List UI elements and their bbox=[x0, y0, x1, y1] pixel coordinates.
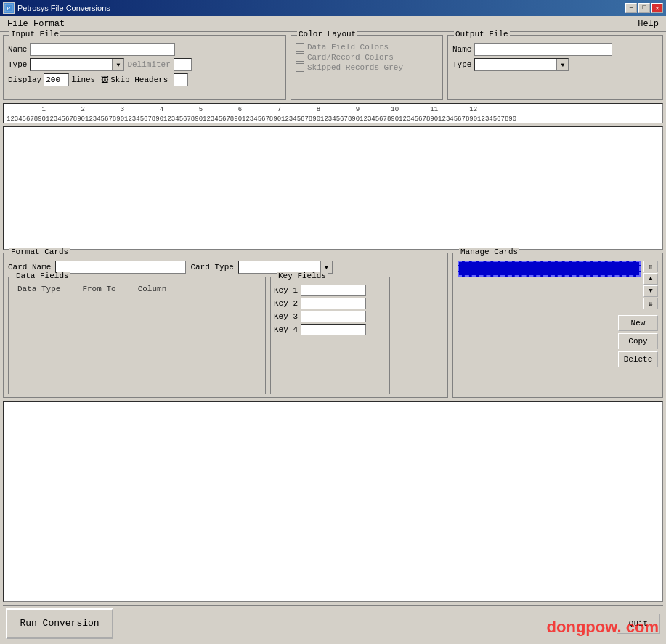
lines-label: lines bbox=[71, 76, 95, 84]
scroll-top-button[interactable]: ⇈ bbox=[643, 261, 658, 272]
close-button[interactable]: ✕ bbox=[651, 3, 663, 13]
delete-button[interactable]: Delete bbox=[618, 351, 658, 367]
input-file-title: Input File bbox=[9, 30, 60, 38]
key-fields-group: Key Fields Key 1 Key 2 Key 3 Key 4 bbox=[270, 277, 390, 394]
key2-label: Key 2 bbox=[274, 299, 298, 308]
output-name-row: Name bbox=[452, 43, 658, 56]
key3-label: Key 3 bbox=[274, 312, 298, 321]
manage-cards-content: ⇈ ▲ ▼ ⇊ bbox=[458, 261, 658, 309]
fields-area: Data Fields Data Type From To Column Key… bbox=[8, 277, 443, 394]
format-cards-title: Format Cards bbox=[9, 248, 70, 256]
card-record-colors-label: Card/Record Colors bbox=[307, 53, 394, 62]
scroll-up-button[interactable]: ▲ bbox=[643, 273, 658, 285]
key-fields-title: Key Fields bbox=[277, 272, 328, 280]
output-type-arrow[interactable]: ▼ bbox=[556, 59, 568, 70]
delimiter-input[interactable] bbox=[174, 58, 192, 71]
key1-row: Key 1 bbox=[274, 285, 386, 296]
scroll-down-button[interactable]: ▼ bbox=[643, 285, 658, 297]
maximize-button[interactable]: □ bbox=[638, 3, 650, 13]
input-type-label: Type bbox=[8, 60, 27, 69]
window-title: Petrosys File Conversions bbox=[17, 4, 622, 12]
output-type-row: Type ▼ bbox=[452, 58, 658, 71]
key3-input[interactable] bbox=[301, 311, 366, 322]
output-file-group: Output File Name Type ▼ bbox=[447, 35, 663, 100]
skip-headers-icon: 🖼 bbox=[101, 76, 109, 85]
display-label: Display bbox=[8, 76, 41, 84]
ruler-ticks: 1234567890123456789012345678901234567890… bbox=[5, 114, 661, 123]
manage-cards-group: Manage Cards ⇈ ▲ ▼ ⇊ New Copy Delete bbox=[452, 253, 663, 398]
file-format-menu[interactable]: File Format bbox=[3, 17, 69, 30]
key2-input[interactable] bbox=[301, 298, 366, 309]
card-type-label: Card Type bbox=[190, 263, 233, 272]
output-name-field[interactable] bbox=[474, 43, 612, 56]
key1-label: Key 1 bbox=[274, 286, 298, 295]
new-button[interactable]: New bbox=[618, 315, 658, 331]
ruler-numbers: 1 2 3 4 5 6 7 8 9 10 11 12 bbox=[5, 104, 661, 114]
input-file-group: Input File Name Type ▼ Delimiter Display… bbox=[3, 35, 286, 100]
app-icon: P bbox=[3, 2, 15, 14]
minimize-button[interactable]: − bbox=[625, 3, 637, 13]
format-cards-group: Format Cards Card Name Card Type ▼ Data … bbox=[3, 253, 448, 398]
run-conversion-button[interactable]: Run Conversion bbox=[6, 608, 113, 639]
data-field-colors-label: Data Field Colors bbox=[307, 43, 389, 52]
key4-label: Key 4 bbox=[274, 325, 298, 334]
output-type-label: Type bbox=[452, 60, 471, 69]
input-name-row: Name bbox=[8, 43, 281, 56]
svg-text:P: P bbox=[7, 5, 11, 12]
card-name-input[interactable] bbox=[55, 261, 186, 274]
input-name-label: Name bbox=[8, 45, 27, 54]
card-record-colors-row: Card/Record Colors bbox=[296, 53, 438, 62]
scroll-bottom-button[interactable]: ⇊ bbox=[643, 298, 658, 309]
output-type-select[interactable]: ▼ bbox=[474, 58, 569, 71]
output-name-label: Name bbox=[452, 45, 471, 54]
display-row: Display lines 🖼 Skip Headers bbox=[8, 73, 281, 86]
skipped-records-grey-checkbox[interactable] bbox=[296, 63, 304, 72]
data-type-col-label: Data Type bbox=[17, 285, 60, 293]
from-to-col-label: From To bbox=[82, 285, 115, 293]
skipped-records-grey-label: Skipped Records Grey bbox=[307, 63, 403, 72]
input-name-field[interactable] bbox=[30, 43, 175, 56]
cards-section: Format Cards Card Name Card Type ▼ Data … bbox=[3, 253, 663, 398]
manage-cards-buttons: New Copy Delete bbox=[458, 315, 658, 367]
input-type-arrow[interactable]: ▼ bbox=[112, 59, 123, 70]
ruler: 1 2 3 4 5 6 7 8 9 10 11 12 1234567890123… bbox=[3, 103, 663, 123]
lower-text-area[interactable] bbox=[3, 401, 663, 602]
input-type-row: Type ▼ Delimiter bbox=[8, 58, 281, 71]
color-layout-title: Color Layout bbox=[297, 30, 357, 38]
title-bar: P Petrosys File Conversions − □ ✕ bbox=[0, 0, 666, 16]
data-field-colors-checkbox[interactable] bbox=[296, 43, 304, 52]
key4-input[interactable] bbox=[301, 324, 366, 335]
key4-row: Key 4 bbox=[274, 324, 386, 335]
key1-input[interactable] bbox=[301, 285, 366, 296]
top-section: Input File Name Type ▼ Delimiter Display… bbox=[3, 35, 663, 100]
card-name-type-row: Card Name Card Type ▼ bbox=[8, 261, 443, 274]
main-content: Input File Name Type ▼ Delimiter Display… bbox=[0, 32, 666, 644]
data-fields-title: Data Fields bbox=[15, 272, 70, 280]
help-menu[interactable]: Help bbox=[633, 17, 663, 30]
key2-row: Key 2 bbox=[274, 298, 386, 309]
card-name-label: Card Name bbox=[8, 263, 51, 272]
text-display-area[interactable] bbox=[3, 126, 663, 250]
cards-scroll-buttons: ⇈ ▲ ▼ ⇊ bbox=[643, 261, 658, 309]
manage-cards-title: Manage Cards bbox=[459, 248, 519, 256]
column-col-label: Column bbox=[138, 285, 167, 293]
data-fields-group: Data Fields Data Type From To Column bbox=[8, 277, 266, 394]
copy-button[interactable]: Copy bbox=[618, 333, 658, 349]
color-layout-group: Color Layout Data Field Colors Card/Reco… bbox=[291, 35, 443, 100]
skipped-records-grey-row: Skipped Records Grey bbox=[296, 63, 438, 72]
cards-list-item[interactable] bbox=[458, 261, 641, 277]
output-file-title: Output File bbox=[454, 30, 510, 38]
key3-row: Key 3 bbox=[274, 311, 386, 322]
input-type-select[interactable]: ▼ bbox=[30, 58, 124, 71]
window-controls: − □ ✕ bbox=[625, 3, 663, 13]
delimiter-label: Delimiter bbox=[127, 60, 170, 69]
skip-headers-button[interactable]: 🖼 Skip Headers bbox=[97, 74, 171, 86]
display-lines-input[interactable] bbox=[44, 73, 69, 86]
card-record-colors-checkbox[interactable] bbox=[296, 53, 304, 62]
data-field-colors-row: Data Field Colors bbox=[296, 43, 438, 52]
data-fields-header: Data Type From To Column bbox=[12, 285, 262, 293]
skip-headers-input[interactable] bbox=[174, 73, 188, 86]
quit-button[interactable]: Quit bbox=[617, 614, 660, 634]
cards-list bbox=[458, 261, 641, 309]
text-display-content bbox=[4, 127, 662, 249]
